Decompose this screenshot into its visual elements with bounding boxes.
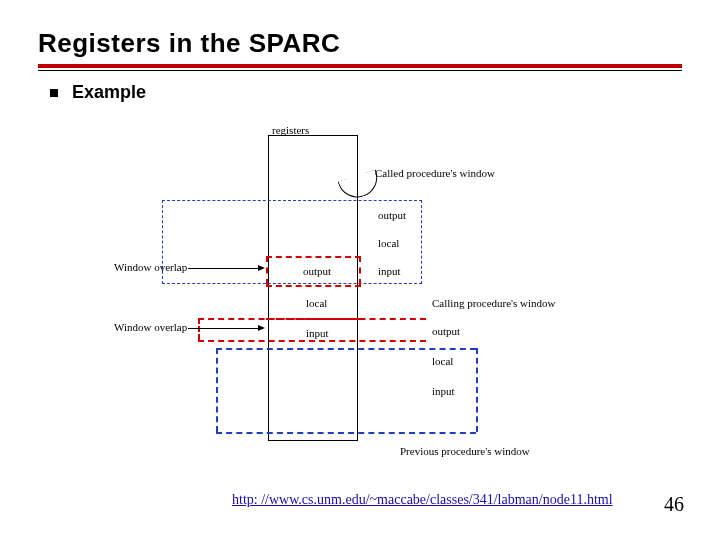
called-window-label: Called procedure's window [375,168,495,179]
previous-window-label: Previous procedure's window [400,446,530,457]
calling-output: output [432,326,460,337]
window-overlap-label-2: Window overlap [114,322,187,333]
calling-window-label: Calling procedure's window [432,298,556,309]
col-input: input [306,328,329,339]
col-local: local [306,298,327,309]
called-output: output [378,210,406,221]
col-output: output [303,266,331,277]
window-overlap-label-1: Window overlap [114,262,187,273]
calling-local: local [432,356,453,367]
calling-input: input [432,386,455,397]
diagram: registers Called procedure's window outp… [0,0,720,540]
page-number: 46 [664,493,684,516]
registers-label: registers [272,125,309,136]
called-local: local [378,238,399,249]
source-link[interactable]: http: //www.cs.unm.edu/~maccabe/classes/… [232,492,613,508]
called-input: input [378,266,401,277]
